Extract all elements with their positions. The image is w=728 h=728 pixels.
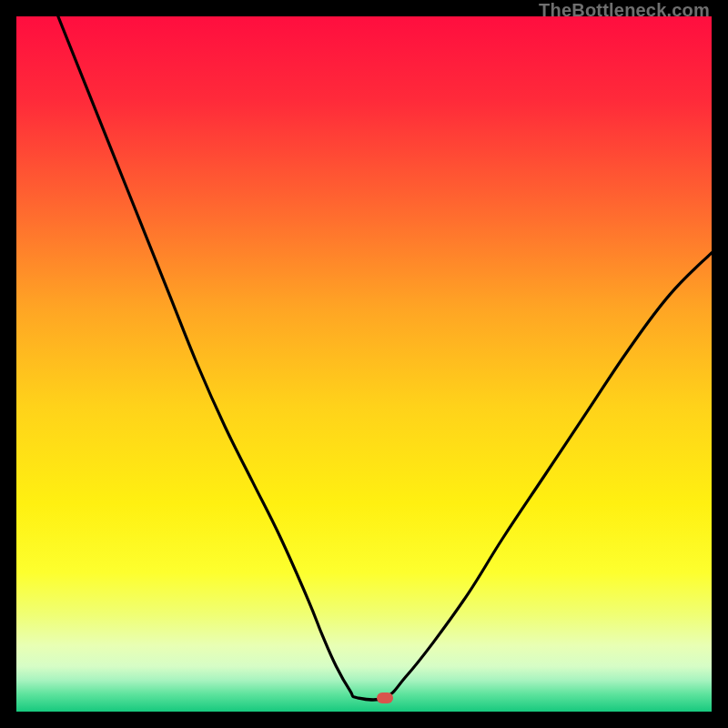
watermark-text: TheBottleneck.com — [539, 0, 710, 21]
bottleneck-curve — [16, 16, 712, 712]
optimal-marker — [377, 693, 393, 703]
chart-frame: TheBottleneck.com — [0, 0, 728, 728]
plot-area — [16, 16, 712, 712]
